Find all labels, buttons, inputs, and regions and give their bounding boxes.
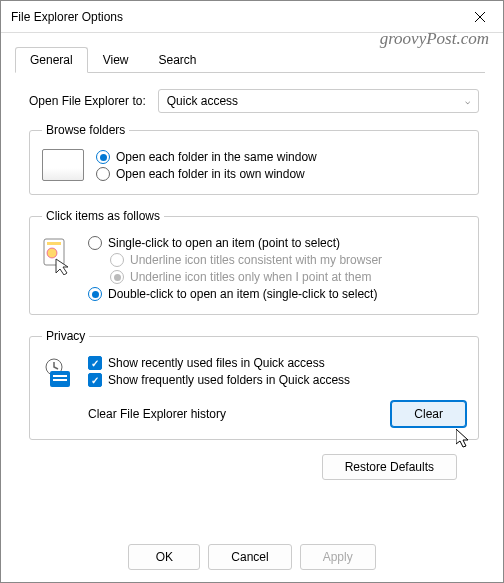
dialog-footer: OK Cancel Apply [1, 544, 503, 570]
close-icon [475, 12, 485, 22]
underline2-label: Underline icon titles only when I point … [130, 270, 371, 284]
frequent-label: Show frequently used folders in Quick ac… [108, 373, 350, 387]
single-click-label: Single-click to open an item (point to s… [108, 236, 340, 250]
chevron-down-icon: ⌵ [465, 96, 470, 106]
browse-same-window-option[interactable]: Open each folder in the same window [96, 150, 466, 164]
restore-row: Restore Defaults [29, 454, 457, 480]
browse-opt1-label: Open each folder in the same window [116, 150, 317, 164]
tab-general[interactable]: General [15, 47, 88, 73]
svg-point-2 [47, 248, 57, 258]
clear-history-label: Clear File Explorer history [88, 407, 226, 421]
underline-browser-option: Underline icon titles consistent with my… [110, 253, 466, 267]
ok-button[interactable]: OK [128, 544, 200, 570]
checkbox-icon [88, 373, 102, 387]
radio-icon [88, 287, 102, 301]
privacy-legend: Privacy [42, 329, 89, 343]
browse-own-window-option[interactable]: Open each folder in its own window [96, 167, 466, 181]
radio-icon [96, 167, 110, 181]
apply-button: Apply [300, 544, 376, 570]
tab-search[interactable]: Search [144, 47, 212, 73]
clear-history-row: Clear File Explorer history Clear [88, 401, 466, 427]
tab-content: Open File Explorer to: Quick access ⌵ Br… [1, 73, 503, 488]
radio-icon [110, 270, 124, 284]
checkbox-icon [88, 356, 102, 370]
privacy-group: Privacy Show recently used files in Quic… [29, 329, 479, 440]
show-frequent-option[interactable]: Show frequently used folders in Quick ac… [88, 373, 466, 387]
recent-label: Show recently used files in Quick access [108, 356, 325, 370]
show-recent-option[interactable]: Show recently used files in Quick access [88, 356, 466, 370]
browse-opt2-label: Open each folder in its own window [116, 167, 305, 181]
restore-defaults-button[interactable]: Restore Defaults [322, 454, 457, 480]
radio-icon [88, 236, 102, 250]
single-click-option[interactable]: Single-click to open an item (point to s… [88, 236, 466, 250]
svg-rect-5 [53, 375, 67, 377]
click-cursor-icon [42, 237, 76, 304]
click-legend: Click items as follows [42, 209, 164, 223]
open-to-select[interactable]: Quick access ⌵ [158, 89, 479, 113]
open-to-row: Open File Explorer to: Quick access ⌵ [29, 89, 479, 113]
underline-point-option: Underline icon titles only when I point … [110, 270, 466, 284]
tab-strip: General View Search [15, 47, 485, 73]
open-to-label: Open File Explorer to: [29, 94, 146, 108]
browse-legend: Browse folders [42, 123, 129, 137]
cancel-button[interactable]: Cancel [208, 544, 291, 570]
double-click-label: Double-click to open an item (single-cli… [108, 287, 377, 301]
close-button[interactable] [457, 1, 503, 33]
svg-rect-1 [47, 242, 61, 245]
privacy-icon [42, 357, 76, 393]
browse-folders-group: Browse folders Open each folder in the s… [29, 123, 479, 195]
clear-button[interactable]: Clear [391, 401, 466, 427]
double-click-option[interactable]: Double-click to open an item (single-cli… [88, 287, 466, 301]
underline1-label: Underline icon titles consistent with my… [130, 253, 382, 267]
window-title: File Explorer Options [11, 10, 123, 24]
click-items-group: Click items as follows Single-click to o… [29, 209, 479, 315]
open-to-value: Quick access [167, 94, 238, 108]
svg-rect-6 [53, 379, 67, 381]
radio-icon [110, 253, 124, 267]
radio-icon [96, 150, 110, 164]
tab-view[interactable]: View [88, 47, 144, 73]
titlebar: File Explorer Options [1, 1, 503, 33]
folder-icon [42, 149, 84, 181]
dialog-window: File Explorer Options groovyPost.com Gen… [0, 0, 504, 583]
